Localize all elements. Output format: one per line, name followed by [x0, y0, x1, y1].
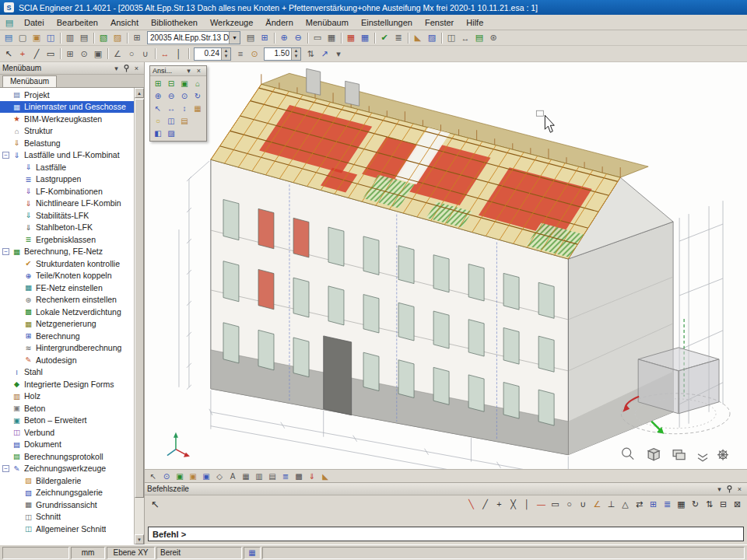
results-display[interactable]: ◣ [319, 471, 331, 482]
rotate-tool[interactable]: ↻ [689, 498, 702, 510]
tab-menubaum[interactable]: Menübaum [2, 75, 57, 87]
document-combo[interactable]: 20035 Alt.Epp.Str.13 Dach ▾ [147, 31, 240, 44]
status-layer-icon[interactable]: ▦ [244, 547, 261, 559]
close-icon[interactable]: × [132, 64, 142, 73]
spinner-arrows-icon[interactable]: ▲▼ [221, 48, 230, 60]
menu-fenster[interactable]: Fenster [419, 16, 460, 29]
tree-item-schnitt[interactable]: ◫Schnitt [0, 511, 134, 523]
print-preview[interactable]: ▤ [77, 31, 91, 44]
table-tool[interactable]: ≣ [661, 498, 674, 510]
open-file[interactable]: ▣ [30, 31, 44, 44]
panel-menu-icon[interactable]: ▾ [714, 485, 724, 494]
volumes-toggle[interactable]: ▤ [266, 471, 279, 482]
viewport-3d-scene[interactable] [145, 62, 747, 469]
select-mode[interactable]: ↖ [147, 471, 160, 482]
section-box[interactable]: ▨ [165, 128, 177, 139]
settings-gear-icon[interactable] [717, 450, 728, 460]
status-unit[interactable]: mm [71, 547, 105, 559]
command-input[interactable]: Befehl > [148, 527, 744, 541]
tree-item-berechnungsprotokoll[interactable]: ▤Berechnungsprotokoll [0, 450, 134, 463]
more-tools[interactable]: ▾ [331, 47, 345, 61]
swap-axes[interactable]: ⇅ [303, 47, 317, 61]
rendered-view[interactable]: ▦ [324, 31, 338, 44]
tree-item-bildergalerie[interactable]: ▨Bildergalerie [0, 474, 134, 487]
arc-tool[interactable]: ∪ [139, 47, 153, 61]
drawing-gallery[interactable]: ▨ [110, 31, 124, 44]
tree-item-lf-kombinationen[interactable]: ⇓LF-Kombinationen [0, 185, 134, 198]
section-view[interactable]: ▨ [425, 31, 439, 44]
vertical-line[interactable]: │ [521, 498, 534, 510]
mesh-tool[interactable]: ▦ [675, 498, 688, 510]
settings[interactable]: ⊛ [486, 31, 500, 44]
tree-item-netzgenerierung[interactable]: ▦Netzgenerierung [0, 318, 134, 331]
tree-item-teile-knoten-koppeln[interactable]: ⊕Teile/Knoten koppeln [0, 270, 134, 282]
collapse-toggle-icon[interactable]: − [2, 248, 9, 255]
image-gallery[interactable]: ▧ [96, 31, 110, 44]
line-black[interactable]: ╱ [479, 498, 492, 510]
circle-tool[interactable]: ○ [124, 47, 139, 61]
view-y[interactable]: ▣ [187, 471, 199, 482]
angle-tool[interactable]: ∠ [110, 47, 124, 61]
line-red[interactable]: ╲ [465, 498, 478, 510]
tree-item-grundrissansicht[interactable]: ▦Grundrissansicht [0, 499, 134, 511]
view-z[interactable]: ▣ [200, 471, 212, 482]
angle-tool[interactable]: ∠ [591, 498, 604, 510]
horizontal-line[interactable]: — [535, 498, 548, 510]
tree-item-zeichnungswerkzeuge[interactable]: −✎Zeichnungswerkzeuge [0, 463, 134, 475]
tree-item-stabilitäts-lfk[interactable]: ⇓Stabilitäts-LFK [0, 209, 134, 222]
collapse-panel[interactable]: ⊟ [717, 498, 730, 510]
line-grid[interactable]: ⊞ [258, 31, 272, 44]
clip-box[interactable]: ◧ [152, 128, 164, 139]
tree-item-hintergrundberechnung[interactable]: ≋Hintergrundberechnung [0, 342, 134, 355]
project-browser[interactable]: ▤ [2, 31, 16, 44]
check-structure[interactable]: ✔ [377, 31, 391, 44]
viewport-corner-tools[interactable] [622, 448, 728, 460]
members-red[interactable]: ▦ [344, 31, 358, 44]
viewport-3d[interactable]: Ansi... ▾ × ⊞⊟▣⌂⊕⊖⊙↻↖↔↕▦○◫▤◧▨ ↖⊙▣▣▣◇A▦▥▤… [145, 62, 747, 482]
add-node[interactable]: + [16, 47, 30, 61]
tree-item-verbund[interactable]: ◫Verbund [0, 426, 134, 439]
tree-item-berechnung-fe-netz[interactable]: −▦Berechnung, FE-Netz [0, 246, 134, 258]
menu-ändern[interactable]: Ändern [259, 16, 299, 29]
tree-item-belastung[interactable]: ⇓Belastung [0, 137, 134, 149]
view-grid[interactable]: ▦ [191, 103, 204, 114]
select-cursor[interactable]: ↖ [2, 47, 16, 61]
mirror-tool[interactable]: ⇄ [633, 498, 646, 510]
view-toolbar-window[interactable]: Ansi... ▾ × ⊞⊟▣⌂⊕⊖⊙↻↖↔↕▦○◫▤◧▨ [149, 65, 207, 142]
node-snap[interactable]: ⊙ [160, 471, 173, 482]
scroll-down-icon[interactable]: ▼ [135, 534, 144, 544]
rectangle-tool[interactable]: ▭ [549, 498, 562, 510]
triangle-tool[interactable]: △ [619, 498, 632, 510]
tree-item-berechnung[interactable]: ⊞Berechnung [0, 330, 134, 342]
menu-bearbeiten[interactable]: Bearbeiten [51, 16, 104, 29]
tree-item-fe-netz-einstellen[interactable]: ▦FE-Netz einstellen [0, 282, 134, 294]
layer-view[interactable]: ▤ [178, 115, 191, 127]
zoom-out[interactable]: ⊖ [291, 31, 305, 44]
members-blue[interactable]: ▦ [358, 31, 372, 44]
calculator[interactable]: ⊞ [130, 31, 144, 44]
move-tool[interactable]: ⇅ [703, 498, 716, 510]
grid-tool[interactable]: ⊞ [647, 498, 660, 510]
plate-tool[interactable]: ▭ [44, 47, 58, 61]
tree-item-strukturdaten-kontrollie[interactable]: ✔Strukturdaten kontrollie [0, 257, 134, 270]
panel-menu-icon[interactable]: ▾ [111, 64, 121, 73]
new-section[interactable]: ◫ [444, 31, 458, 44]
tree-item-lastfälle-und-lf-kombinat[interactable]: −⇓Lastfälle und LF-Kombinat [0, 149, 134, 162]
collapse-toggle-icon[interactable]: − [2, 152, 9, 159]
tree-item-stahlbeton-lfk[interactable]: ⇓Stahlbeton-LFK [0, 222, 134, 234]
tree-item-beton-erweitert[interactable]: ▣Beton – Erweitert [0, 415, 134, 427]
report[interactable]: ▤ [472, 31, 486, 44]
redraw[interactable]: ↻ [191, 90, 204, 102]
zoom-reduce[interactable]: ⊟ [165, 78, 177, 89]
layers[interactable]: ▤ [244, 31, 258, 44]
tree-item-rechenkern-einstellen[interactable]: ⊛Rechenkern einstellen [0, 294, 134, 306]
numbering-toggle[interactable]: ≣ [279, 471, 292, 482]
close-icon[interactable]: × [735, 485, 745, 494]
pan[interactable]: ↖ [152, 103, 164, 114]
circle-tool[interactable]: ○ [563, 498, 576, 510]
results-chart[interactable]: ◣ [411, 31, 425, 44]
tree-item-lokale-netzverdichtung[interactable]: ▩Lokale Netzverdichtung [0, 306, 134, 318]
tree-item-lastfälle[interactable]: ⇓Lastfälle [0, 161, 134, 173]
view-toolbar-titlebar[interactable]: Ansi... ▾ × [150, 66, 206, 76]
beam-tool[interactable]: ╱ [30, 47, 44, 61]
